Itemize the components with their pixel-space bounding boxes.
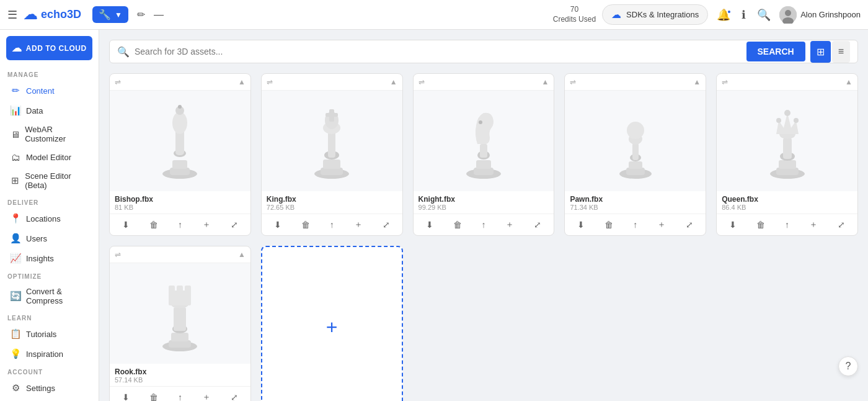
expand-icon-pawn[interactable]: ▲ — [693, 78, 701, 86]
add-pawn[interactable]: ＋ — [655, 218, 668, 232]
share-knight[interactable]: ↑ — [479, 218, 488, 232]
asset-name-bishop: Bishop.fbx — [115, 195, 246, 204]
minus-icon[interactable]: — — [154, 9, 164, 20]
asset-name-rook: Rook.fbx — [115, 367, 246, 376]
expand-icon-queen[interactable]: ▲ — [845, 78, 852, 86]
sdks-label: SDKs & Integrations — [626, 10, 699, 19]
sidebar-item-locations[interactable]: 📍 Locations — [2, 209, 96, 228]
expand-knight[interactable]: ⤢ — [531, 218, 544, 232]
sidebar-item-insights[interactable]: 📈 Insights — [2, 248, 96, 268]
credits-count: 70 — [553, 5, 596, 15]
sidebar-item-content[interactable]: ✏ Content — [2, 81, 96, 101]
expand-icon[interactable]: ▲ — [238, 78, 246, 86]
svg-rect-44 — [171, 333, 188, 341]
asset-actions-queen: ⬇ 🗑 ↑ ＋ ⤢ — [717, 214, 857, 235]
sidebar-item-inspiration[interactable]: 💡 Inspiration — [2, 344, 96, 364]
sidebar-item-scene-editor[interactable]: ⊞ Scene Editor (Beta) — [2, 167, 96, 194]
filter-icon-pawn[interactable]: ⇌ — [570, 78, 576, 86]
expand-queen[interactable]: ⤢ — [835, 218, 848, 232]
user-profile[interactable]: Alon Grinshpoon — [779, 6, 861, 24]
sidebar-item-data[interactable]: 📊 Data — [2, 101, 96, 120]
dropdown-arrow-icon[interactable]: ▼ — [115, 11, 122, 19]
svg-point-1 — [785, 10, 791, 16]
delete-knight[interactable]: 🗑 — [451, 218, 464, 232]
asset-size-rook: 57.14 KB — [115, 376, 246, 384]
logo-text: echo3D — [41, 8, 81, 21]
filter-icon-knight[interactable]: ⇌ — [418, 78, 425, 86]
expand-rook[interactable]: ⤢ — [228, 390, 241, 401]
edit-icon[interactable]: ✏ — [137, 9, 145, 20]
sidebar-item-webar[interactable]: 🖥 WebAR Customizer — [2, 120, 96, 148]
sdks-integrations-button[interactable]: ☁ SDKs & Integrations — [602, 4, 708, 25]
delete-king[interactable]: 🗑 — [299, 218, 312, 232]
bell-icon: 🔔 — [714, 6, 733, 24]
share-pawn[interactable]: ↑ — [631, 218, 640, 232]
expand-pawn[interactable]: ⤢ — [683, 218, 696, 232]
add-new-asset-card[interactable]: + — [261, 246, 403, 401]
help-button[interactable]: ? — [838, 356, 858, 376]
svg-rect-28 — [629, 161, 642, 169]
share-bishop[interactable]: ↑ — [175, 218, 185, 232]
svg-rect-22 — [476, 160, 491, 169]
add-rook[interactable]: ＋ — [200, 390, 213, 401]
expand-king[interactable]: ⤢ — [380, 218, 392, 232]
view-toggles: ⊞ ≡ — [810, 41, 850, 63]
cloud-icon: ☁ — [611, 9, 621, 20]
asset-info-pawn: Pawn.fbx 71.34 KB — [565, 191, 706, 214]
download-rook[interactable]: ⬇ — [120, 390, 132, 401]
add-to-cloud-label: ADD TO CLOUD — [26, 44, 87, 53]
grid-view-button[interactable]: ⊞ — [810, 41, 831, 63]
share-rook[interactable]: ↑ — [175, 390, 185, 401]
svg-rect-15 — [328, 132, 335, 158]
locations-icon: 📍 — [10, 213, 21, 224]
delete-rook[interactable]: 🗑 — [147, 390, 161, 401]
filter-icon-rook[interactable]: ⇌ — [115, 250, 121, 259]
delete-bishop[interactable]: 🗑 — [147, 218, 161, 232]
users-icon: 👤 — [10, 233, 21, 244]
search-input[interactable] — [135, 40, 746, 63]
delete-pawn[interactable]: 🗑 — [602, 218, 616, 232]
asset-size-queen: 86.4 KB — [722, 204, 852, 211]
expand-icon-king[interactable]: ▲ — [390, 78, 397, 86]
add-king[interactable]: ＋ — [352, 218, 365, 232]
sidebar-item-convert[interactable]: 🔄 Convert & Compress — [2, 282, 96, 310]
asset-info-bishop: Bishop.fbx 81 KB — [110, 191, 250, 214]
list-view-button[interactable]: ≡ — [832, 41, 850, 63]
webar-icon: 🖥 — [10, 129, 20, 140]
search-nav-icon[interactable]: 🔍 — [755, 6, 773, 24]
add-queen[interactable]: ＋ — [807, 218, 820, 232]
expand-icon-rook[interactable]: ▲ — [238, 250, 246, 259]
expand-bishop[interactable]: ⤢ — [228, 218, 241, 232]
svg-rect-49 — [169, 286, 175, 295]
svg-rect-46 — [174, 307, 186, 331]
sidebar-item-settings[interactable]: ⚙ Settings — [2, 378, 96, 398]
delete-queen[interactable]: 🗑 — [754, 218, 768, 232]
download-knight[interactable]: ⬇ — [423, 218, 436, 232]
share-king[interactable]: ↑ — [327, 218, 337, 232]
main-layout: ☁ ADD TO CLOUD MANAGE ✏ Content 📊 Data 🖥… — [0, 30, 868, 401]
share-queen[interactable]: ↑ — [782, 218, 792, 232]
asset-preview-pawn — [565, 91, 706, 191]
filter-icon-king[interactable]: ⇌ — [267, 78, 273, 86]
download-pawn[interactable]: ⬇ — [575, 218, 587, 232]
sidebar-item-users[interactable]: 👤 Users — [2, 228, 96, 248]
sidebar-item-tutorials[interactable]: 📋 Tutorials — [2, 324, 96, 344]
content-area: 🔍 SEARCH ⊞ ≡ ⇌ ▲ — [99, 30, 868, 401]
download-bishop[interactable]: ⬇ — [120, 218, 132, 232]
card-header-queen: ⇌ ▲ — [717, 74, 857, 91]
add-bishop[interactable]: ＋ — [200, 218, 213, 232]
expand-icon-knight[interactable]: ▲ — [542, 78, 549, 86]
add-knight[interactable]: ＋ — [503, 218, 516, 232]
svg-point-41 — [794, 118, 799, 123]
filter-icon[interactable]: ⇌ — [115, 78, 121, 86]
search-button[interactable]: SEARCH — [746, 42, 805, 61]
info-icon[interactable]: ℹ — [739, 6, 748, 24]
download-queen[interactable]: ⬇ — [727, 218, 739, 232]
filter-icon-queen[interactable]: ⇌ — [722, 78, 728, 86]
download-king[interactable]: ⬇ — [272, 218, 284, 232]
add-to-cloud-button[interactable]: ☁ ADD TO CLOUD — [6, 36, 92, 60]
asset-actions-knight: ⬇ 🗑 ↑ ＋ ⤢ — [414, 214, 554, 235]
notification-bell[interactable]: 🔔 — [714, 8, 733, 22]
menu-icon[interactable]: ☰ — [7, 8, 17, 22]
sidebar-item-model-editor[interactable]: 🗂 Model Editor — [2, 148, 96, 167]
